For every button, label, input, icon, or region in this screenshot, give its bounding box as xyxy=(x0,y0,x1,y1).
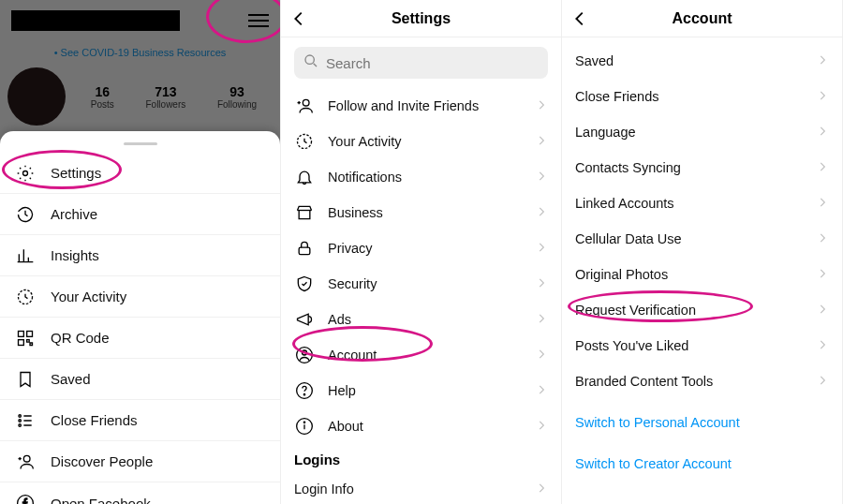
drawer-item-label: Open Facebook xyxy=(51,496,151,505)
settings-item-login-info[interactable]: Login Info xyxy=(281,471,561,504)
chevron-right-icon xyxy=(535,419,548,435)
svg-point-10 xyxy=(305,55,314,64)
chevron-right-icon xyxy=(535,170,548,185)
back-button[interactable] xyxy=(288,0,309,37)
settings-item-account[interactable]: Account xyxy=(281,337,561,373)
drawer-item-settings[interactable]: Settings xyxy=(0,153,280,194)
pane-profile: See COVID-19 Business Resources 16Posts … xyxy=(0,0,281,504)
chevron-right-icon xyxy=(535,482,548,497)
search-input[interactable] xyxy=(326,55,539,71)
settings-item-notifications[interactable]: Notifications xyxy=(281,159,561,195)
settings-item-security[interactable]: Security xyxy=(281,266,561,302)
facebook-icon xyxy=(15,493,36,504)
lock-icon xyxy=(294,238,315,259)
shield-icon xyxy=(294,274,315,294)
logins-section-header: Logins xyxy=(281,444,561,471)
settings-item-ads[interactable]: Ads xyxy=(281,302,561,337)
chevron-right-icon xyxy=(816,267,829,283)
account-item-language[interactable]: Language xyxy=(562,114,842,150)
drawer-handle[interactable] xyxy=(124,142,157,145)
chevron-right-icon xyxy=(535,348,548,363)
clock-icon xyxy=(294,131,315,152)
drawer-item-label: Your Activity xyxy=(51,289,126,304)
settings-item-about[interactable]: About xyxy=(281,408,561,444)
back-button[interactable] xyxy=(569,0,590,37)
settings-title: Settings xyxy=(392,10,451,27)
drawer-item-label: Settings xyxy=(51,165,101,181)
svg-rect-13 xyxy=(299,247,310,255)
drawer-menu: Settings Archive Insights Your Activity … xyxy=(0,131,280,504)
account-header: Account xyxy=(562,0,842,37)
drawer-item-facebook[interactable]: Open Facebook xyxy=(0,482,280,504)
svg-point-15 xyxy=(303,350,307,355)
drawer-item-label: Close Friends xyxy=(51,412,138,428)
account-title: Account xyxy=(673,10,732,27)
account-item-cellular[interactable]: Cellular Data Use xyxy=(562,221,842,257)
chevron-right-icon xyxy=(535,241,548,257)
store-icon xyxy=(294,202,315,223)
account-item-saved[interactable]: Saved xyxy=(562,43,842,79)
account-item-request-verification[interactable]: Request Verification xyxy=(562,292,842,328)
svg-point-5 xyxy=(19,414,22,417)
drawer-item-label: Insights xyxy=(51,247,99,263)
chevron-right-icon xyxy=(535,98,548,114)
settings-item-business[interactable]: Business xyxy=(281,195,561,230)
account-item-posts-liked[interactable]: Posts You've Liked xyxy=(562,328,842,363)
settings-item-help[interactable]: Help xyxy=(281,373,561,408)
chevron-right-icon xyxy=(535,312,548,328)
adduser-icon xyxy=(294,96,315,116)
account-item-close-friends[interactable]: Close Friends xyxy=(562,79,842,114)
chevron-right-icon xyxy=(816,303,829,319)
drawer-item-saved[interactable]: Saved xyxy=(0,359,280,400)
drawer-item-label: QR Code xyxy=(51,330,110,346)
svg-point-0 xyxy=(23,170,28,175)
svg-point-8 xyxy=(23,455,30,462)
user-icon xyxy=(294,345,315,365)
svg-point-17 xyxy=(303,394,304,395)
drawer-item-close-friends[interactable]: Close Friends xyxy=(0,400,280,441)
info-icon xyxy=(294,416,315,437)
settings-item-follow-invite[interactable]: Follow and Invite Friends xyxy=(281,88,561,124)
chevron-right-icon xyxy=(535,134,548,150)
pane-account: Account Saved Close Friends Language Con… xyxy=(562,0,843,504)
account-link-personal[interactable]: Switch to Personal Account xyxy=(562,405,842,440)
chevron-right-icon xyxy=(816,231,829,247)
svg-rect-4 xyxy=(19,339,24,345)
chevron-right-icon xyxy=(816,53,829,69)
svg-point-6 xyxy=(19,419,22,422)
bookmark-icon xyxy=(15,369,36,390)
svg-rect-2 xyxy=(19,331,24,336)
chevron-right-icon xyxy=(535,205,548,221)
svg-point-11 xyxy=(303,99,309,106)
chevron-right-icon xyxy=(816,89,829,105)
bell-icon xyxy=(294,167,315,187)
account-item-contacts-sync[interactable]: Contacts Syncing xyxy=(562,150,842,185)
drawer-item-insights[interactable]: Insights xyxy=(0,235,280,276)
account-link-creator[interactable]: Switch to Creator Account xyxy=(562,446,842,482)
search-box[interactable] xyxy=(294,47,548,79)
account-item-linked-accounts[interactable]: Linked Accounts xyxy=(562,185,842,221)
account-item-original-photos[interactable]: Original Photos xyxy=(562,257,842,292)
settings-item-privacy[interactable]: Privacy xyxy=(281,230,561,266)
drawer-item-activity[interactable]: Your Activity xyxy=(0,276,280,318)
drawer-item-label: Archive xyxy=(51,206,97,222)
drawer-item-qr[interactable]: QR Code xyxy=(0,318,280,359)
help-icon xyxy=(294,380,315,401)
chevron-right-icon xyxy=(816,338,829,354)
qr-icon xyxy=(15,328,36,348)
chevron-right-icon xyxy=(816,160,829,176)
adduser-icon xyxy=(15,452,36,472)
drawer-item-label: Saved xyxy=(51,371,91,387)
settings-item-activity[interactable]: Your Activity xyxy=(281,124,561,159)
chevron-right-icon xyxy=(816,196,829,212)
account-item-branded-content[interactable]: Branded Content Tools xyxy=(562,363,842,399)
history-icon xyxy=(15,204,36,225)
list-icon xyxy=(15,410,36,431)
svg-point-7 xyxy=(19,423,22,426)
drawer-item-discover[interactable]: Discover People xyxy=(0,441,280,482)
drawer-item-archive[interactable]: Archive xyxy=(0,194,280,235)
chevron-right-icon xyxy=(535,383,548,399)
pane-settings: Settings Follow and Invite Friends Your … xyxy=(281,0,562,504)
chart-icon xyxy=(15,245,36,266)
search-icon xyxy=(303,53,318,72)
